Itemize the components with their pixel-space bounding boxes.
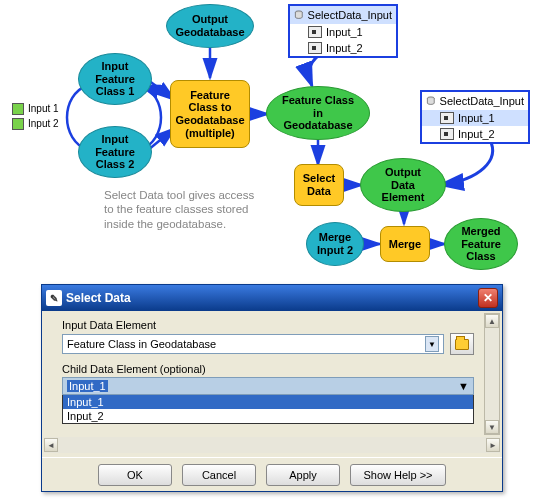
dialog-title: Select Data	[66, 291, 131, 305]
combo-option[interactable]: Input_1	[63, 395, 473, 409]
tree-callout-1: SelectData_Input Input_1 Input_2	[288, 4, 398, 58]
annotation-text: Select Data tool gives access to the fea…	[104, 188, 254, 231]
node-label: Select Data	[303, 172, 335, 197]
tree-callout-2: SelectData_Input Input_1 Input_2	[420, 90, 530, 144]
browse-button[interactable]	[450, 333, 474, 355]
show-help-button[interactable]: Show Help >>	[350, 464, 446, 486]
ok-button[interactable]: OK	[98, 464, 172, 486]
node-label: Merge Input 2	[317, 231, 353, 256]
port-label: Input 1	[28, 103, 59, 114]
node-fc-in-gdb[interactable]: Feature Class in Geodatabase	[266, 86, 370, 140]
child-data-element-combo[interactable]: Input_1 ▼ Input_1 Input_2	[62, 377, 474, 424]
chevron-down-icon: ▼	[458, 380, 469, 392]
database-icon	[294, 8, 304, 22]
button-bar: OK Cancel Apply Show Help >>	[42, 457, 502, 491]
combo-option[interactable]: Input_2	[63, 409, 473, 423]
tree-item-label: Input_2	[326, 42, 363, 54]
table-icon	[308, 26, 322, 38]
node-input-fc2[interactable]: Input Feature Class 2	[78, 126, 152, 178]
button-label: Cancel	[202, 469, 236, 481]
port-label: Input 2	[28, 118, 59, 129]
tree-root-label: SelectData_Input	[308, 9, 392, 21]
node-label: Output Geodatabase	[175, 13, 244, 38]
scroll-up-button[interactable]: ▲	[485, 314, 499, 328]
scroll-right-button[interactable]: ►	[486, 438, 500, 452]
node-select-data-tool[interactable]: Select Data	[294, 164, 344, 206]
combo-list: Input_1 Input_2	[62, 395, 474, 424]
tree-item: Input_1	[422, 110, 528, 126]
node-output-data-element[interactable]: Output Data Element	[360, 158, 446, 212]
table-icon	[308, 42, 322, 54]
node-label: Feature Class to Geodatabase (multiple)	[175, 89, 244, 140]
hammer-icon: ✎	[46, 290, 62, 306]
combo-value: Input_1	[67, 380, 108, 392]
node-input-fc1[interactable]: Input Feature Class 1	[78, 53, 152, 105]
tree-item: Input_2	[422, 126, 528, 142]
table-icon	[440, 128, 454, 140]
button-label: Show Help >>	[363, 469, 432, 481]
dialog-body: Input Data Element Feature Class in Geod…	[42, 311, 502, 455]
titlebar[interactable]: ✎ Select Data ✕	[42, 285, 502, 311]
tree-root: SelectData_Input	[422, 92, 528, 110]
node-merge-tool[interactable]: Merge	[380, 226, 430, 262]
dropdown-value: Feature Class in Geodatabase	[67, 338, 216, 350]
horizontal-scrollbar[interactable]: ◄ ►	[44, 437, 500, 453]
table-icon	[440, 112, 454, 124]
input-data-element-label: Input Data Element	[62, 319, 474, 331]
tree-item-label: Input_1	[458, 112, 495, 124]
model-param-port-1[interactable]	[12, 103, 24, 115]
model-param-port-2[interactable]	[12, 118, 24, 130]
input-data-element-dropdown[interactable]: Feature Class in Geodatabase ▼	[62, 334, 444, 354]
button-label: Apply	[289, 469, 317, 481]
node-merge-input2[interactable]: Merge Input 2	[306, 222, 364, 266]
child-data-element-label: Child Data Element (optional)	[62, 363, 474, 375]
close-button[interactable]: ✕	[478, 288, 498, 308]
cancel-button[interactable]: Cancel	[182, 464, 256, 486]
apply-button[interactable]: Apply	[266, 464, 340, 486]
node-merged-fc[interactable]: Merged Feature Class	[444, 218, 518, 270]
node-label: Output Data Element	[382, 166, 425, 204]
tree-item-label: Input_2	[458, 128, 495, 140]
tree-item: Input_2	[290, 40, 396, 56]
node-label: Input Feature Class 2	[95, 133, 135, 171]
node-label: Input Feature Class 1	[95, 60, 135, 98]
chevron-down-icon: ▼	[425, 336, 439, 352]
tree-root: SelectData_Input	[290, 6, 396, 24]
tree-item: Input_1	[290, 24, 396, 40]
tree-root-label: SelectData_Input	[440, 95, 524, 107]
node-label: Merged Feature Class	[461, 225, 501, 263]
button-label: OK	[127, 469, 143, 481]
scroll-down-button[interactable]: ▼	[485, 420, 499, 434]
database-icon	[426, 94, 436, 108]
node-output-geodatabase[interactable]: Output Geodatabase	[166, 4, 254, 48]
node-fc-to-gdb-tool[interactable]: Feature Class to Geodatabase (multiple)	[170, 80, 250, 148]
node-label: Feature Class in Geodatabase	[282, 94, 354, 132]
vertical-scrollbar[interactable]: ▲ ▼	[484, 313, 500, 435]
scroll-left-button[interactable]: ◄	[44, 438, 58, 452]
folder-icon	[455, 339, 469, 350]
node-label: Merge	[389, 238, 421, 251]
select-data-dialog: ✎ Select Data ✕ Input Data Element Featu…	[41, 284, 503, 492]
tree-item-label: Input_1	[326, 26, 363, 38]
